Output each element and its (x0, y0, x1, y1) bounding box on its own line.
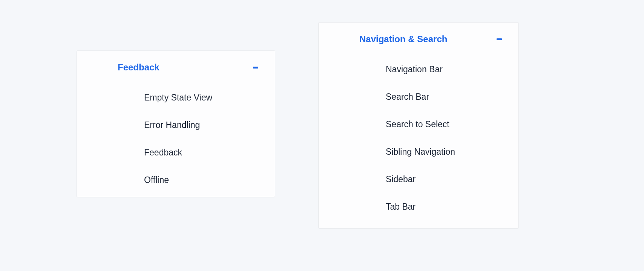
list-item[interactable]: Search Bar (386, 83, 503, 111)
panel-title: Navigation & Search (359, 34, 447, 44)
panel-header-navigation[interactable]: Navigation & Search (319, 23, 518, 56)
collapse-icon (253, 67, 258, 69)
list-item[interactable]: Empty State View (144, 84, 260, 111)
panel-header-feedback[interactable]: Feedback (77, 51, 275, 84)
list-item[interactable]: Offline (144, 166, 260, 194)
panel-title: Feedback (118, 62, 159, 73)
list-item[interactable]: Sidebar (386, 166, 503, 193)
list-item[interactable]: Tab Bar (386, 193, 503, 221)
list-item[interactable]: Sibling Navigation (386, 138, 503, 166)
list-item[interactable]: Feedback (144, 139, 260, 166)
panel-navigation-search: Navigation & Search Navigation Bar Searc… (319, 23, 518, 228)
panel-items-navigation: Navigation Bar Search Bar Search to Sele… (319, 56, 518, 221)
list-item[interactable]: Error Handling (144, 111, 260, 139)
panel-items-feedback: Empty State View Error Handling Feedback… (77, 84, 275, 194)
panel-feedback: Feedback Empty State View Error Handling… (77, 51, 275, 197)
collapse-icon (497, 38, 502, 40)
list-item[interactable]: Navigation Bar (386, 56, 503, 83)
list-item[interactable]: Search to Select (386, 111, 503, 138)
